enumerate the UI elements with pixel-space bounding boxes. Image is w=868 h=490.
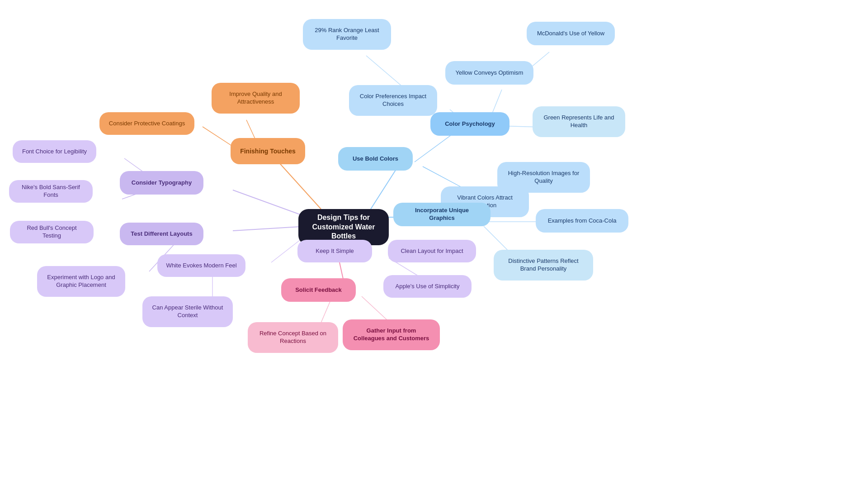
yellow-optimism-label: Yellow Conveys Optimism [456,69,524,77]
keep-simple-node: Keep It Simple [297,240,372,262]
use-bold-colors-node: Use Bold Colors [338,147,413,171]
clean-layout-label: Clean Layout for Impact [401,247,463,255]
incorporate-graphics-label: Incorporate Unique Graphics [401,207,482,222]
refine-concept-label: Refine Concept Based on Reactions [256,330,330,345]
font-choice-label: Font Choice for Legibility [22,148,87,156]
color-psychology-node: Color Psychology [430,112,509,136]
29pct-orange-node: 29% Rank Orange Least Favorite [303,19,391,50]
red-bull-label: Red Bull's Concept Testing [18,224,85,240]
high-res-node: High-Resolution Images for Quality [497,162,590,193]
mcdonalds-yellow-label: McDonald's Use of Yellow [537,30,604,38]
white-evokes-node: White Evokes Modern Feel [157,254,245,277]
center-label: Design Tips for Customized Water Bottles [307,213,381,241]
gather-input-label: Gather Input from Colleagues and Custome… [351,327,432,343]
clean-layout-node: Clean Layout for Impact [388,240,476,262]
can-appear-sterile-label: Can Appear Sterile Without Context [151,304,225,319]
examples-coca-node: Examples from Coca-Cola [536,209,628,233]
test-layouts-label: Test Different Layouts [131,230,192,238]
examples-coca-label: Examples from Coca-Cola [548,217,617,225]
green-life-node: Green Represents Life and Health [533,106,625,137]
color-preferences-label: Color Preferences Impact Choices [357,93,429,108]
test-layouts-node: Test Different Layouts [120,223,203,245]
high-res-label: High-Resolution Images for Quality [505,170,582,185]
protective-coatings-node: Consider Protective Coatings [99,112,194,135]
svg-line-6 [233,226,307,231]
svg-line-17 [371,169,396,209]
color-psychology-label: Color Psychology [445,120,495,128]
solicit-feedback-label: Solicit Feedback [295,286,342,294]
green-life-label: Green Represents Life and Health [541,114,617,129]
consider-typography-node: Consider Typography [120,171,203,195]
distinctive-patterns-node: Distinctive Patterns Reflect Brand Perso… [494,250,593,281]
mcdonalds-yellow-node: McDonald's Use of Yellow [527,22,615,45]
svg-line-0 [278,162,321,209]
nike-fonts-node: Nike's Bold Sans-Serif Fonts [9,180,93,203]
experiment-logo-node: Experiment with Logo and Graphic Placeme… [37,266,125,297]
refine-concept-node: Refine Concept Based on Reactions [248,322,338,353]
yellow-optimism-node: Yellow Conveys Optimism [445,61,533,85]
nike-fonts-label: Nike's Bold Sans-Serif Fonts [17,184,85,199]
use-bold-colors-label: Use Bold Colors [353,155,398,163]
distinctive-patterns-label: Distinctive Patterns Reflect Brand Perso… [502,257,585,273]
experiment-logo-label: Experiment with Logo and Graphic Placeme… [45,274,117,289]
color-preferences-node: Color Preferences Impact Choices [349,85,437,116]
font-choice-node: Font Choice for Legibility [13,140,96,163]
svg-line-3 [233,190,307,217]
protective-coatings-label: Consider Protective Coatings [109,120,185,128]
finishing-touches-label: Finishing Touches [240,147,296,155]
svg-line-18 [415,134,452,162]
29pct-orange-label: 29% Rank Orange Least Favorite [311,27,383,42]
gather-input-node: Gather Input from Colleagues and Custome… [343,319,440,350]
improve-quality-node: Improve Quality and Attractiveness [212,83,300,114]
red-bull-node: Red Bull's Concept Testing [10,221,94,243]
apples-simplicity-node: Apple's Use of Simplicity [383,275,472,298]
finishing-touches-node: Finishing Touches [231,138,305,164]
consider-typography-label: Consider Typography [132,179,192,187]
white-evokes-label: White Evokes Modern Feel [166,262,236,270]
incorporate-graphics-node: Incorporate Unique Graphics [393,203,491,226]
keep-simple-label: Keep It Simple [316,247,354,255]
solicit-feedback-node: Solicit Feedback [281,278,356,302]
apples-simplicity-label: Apple's Use of Simplicity [396,283,460,290]
improve-quality-label: Improve Quality and Attractiveness [220,90,292,106]
can-appear-sterile-node: Can Appear Sterile Without Context [142,296,233,327]
